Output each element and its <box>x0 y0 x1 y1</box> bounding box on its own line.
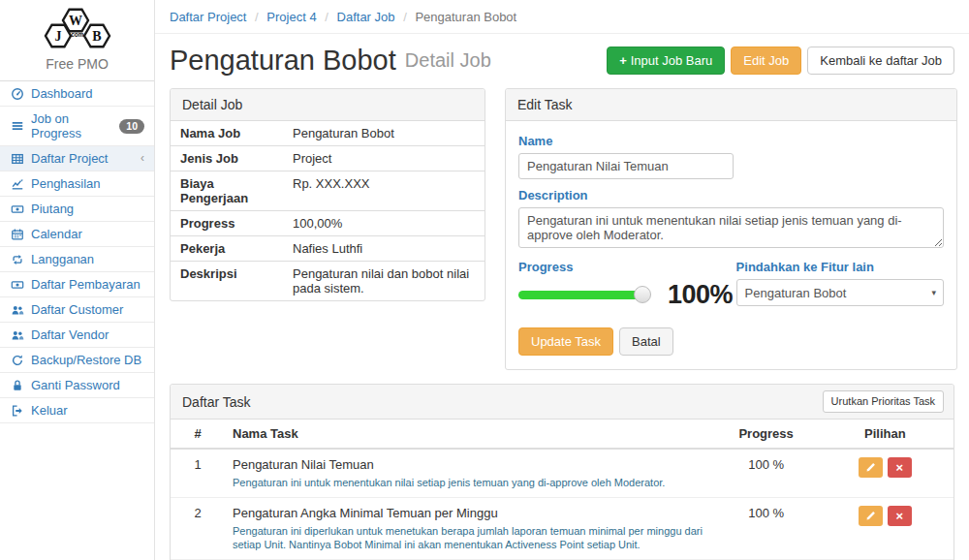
breadcrumb-separator: / <box>320 10 333 24</box>
pencil-icon <box>865 511 876 521</box>
sidebar: W J B .com Free PMO Dashboard Job on Pro… <box>0 0 155 560</box>
gauge-icon <box>10 86 24 101</box>
detail-job-table: Nama Job Pengaturan Bobot Jenis Job Proj… <box>171 121 484 300</box>
breadcrumb-daftar-job[interactable]: Daftar Job <box>337 10 395 24</box>
breadcrumb-current: Pengaturan Bobot <box>415 10 516 24</box>
breadcrumb-daftar-project[interactable]: Daftar Project <box>170 10 246 24</box>
calendar-icon <box>10 227 24 241</box>
sidebar-menu: Dashboard Job on Progress 10 Daftar Proj… <box>0 81 154 423</box>
table-icon <box>10 151 24 166</box>
sidebar-item-label: Daftar Project <box>31 151 108 166</box>
progress-slider[interactable] <box>518 291 644 299</box>
brand-name: Free PMO <box>0 56 154 72</box>
users-icon <box>10 302 24 317</box>
column-progress: Progress <box>716 420 817 449</box>
sidebar-item-keluar[interactable]: Keluar <box>0 398 154 423</box>
chevron-left-icon: ‹ <box>141 151 144 166</box>
users-icon <box>10 327 24 342</box>
svg-text:J: J <box>54 29 61 44</box>
task-name: Pengaturan Angka Minimal Temuan per Ming… <box>233 506 708 520</box>
progress-move-row: Progress 100% Pindahkan ke Fitur lain <box>518 251 944 310</box>
sidebar-item-label: Calendar <box>31 227 82 241</box>
sidebar-item-piutang[interactable]: Piutang <box>0 197 154 222</box>
sidebar-item-daftar-vendor[interactable]: Daftar Vendor <box>0 323 154 348</box>
move-label: Pindahkan ke Fitur lain <box>736 260 944 274</box>
breadcrumb-project-4[interactable]: Project 4 <box>266 10 316 24</box>
detail-row-jenis-job: Jenis Job Project <box>171 146 484 171</box>
sidebar-item-label: Daftar Customer <box>31 302 123 317</box>
list-icon <box>10 119 24 134</box>
sidebar-item-dashboard[interactable]: Dashboard <box>0 81 154 107</box>
task-name: Pengaturan Nilai Temuan <box>233 457 708 472</box>
page-subtitle: Detail Job <box>405 49 491 72</box>
edit-task-row-button[interactable] <box>859 506 883 526</box>
sort-priority-button-top[interactable]: Urutkan Prioritas Task <box>823 390 944 413</box>
panels-row: Detail Job Nama Job Pengaturan Bobot Jen… <box>155 88 969 370</box>
app-window: W J B .com Free PMO Dashboard Job on Pro… <box>0 0 969 560</box>
logo-block: W J B .com Free PMO <box>0 0 154 81</box>
sidebar-item-backup-restore[interactable]: Backup/Restore DB <box>0 348 154 373</box>
jwb-logo-icon: W J B .com <box>24 7 131 51</box>
x-icon: × <box>896 461 904 474</box>
breadcrumb-separator: / <box>398 10 412 24</box>
task-progress: 100 % <box>716 498 817 560</box>
detail-row-pekerja: Pekerja Nafies Luthfi <box>171 236 484 262</box>
breadcrumb-separator: / <box>250 10 264 24</box>
progress-slider-handle[interactable] <box>634 286 651 303</box>
edit-job-button[interactable]: Edit Job <box>731 47 801 75</box>
progress-column: Progress 100% <box>518 251 736 310</box>
money-icon <box>10 277 24 292</box>
sidebar-item-penghasilan[interactable]: Penghasilan <box>0 171 154 197</box>
name-label: Name <box>518 134 944 148</box>
plus-icon: + <box>619 53 627 68</box>
detail-row-progress: Progress 100,00% <box>171 211 484 236</box>
sidebar-item-label: Piutang <box>31 202 74 216</box>
progress-value: 100% <box>668 280 733 310</box>
main-content: Daftar Project / Project 4 / Daftar Job … <box>155 0 969 560</box>
svg-text:W: W <box>69 14 82 28</box>
task-row: 2 Pengaturan Angka Minimal Temuan per Mi… <box>171 498 953 560</box>
move-feature-select[interactable]: Pengaturan Bobot <box>736 279 944 306</box>
page-title: Pengaturan Bobot <box>170 45 396 76</box>
update-task-button[interactable]: Update Task <box>518 327 613 356</box>
svg-text:.com: .com <box>69 31 83 38</box>
delete-task-row-button[interactable]: × <box>888 457 912 478</box>
breadcrumb: Daftar Project / Project 4 / Daftar Job … <box>155 0 969 34</box>
kembali-button[interactable]: Kembali ke daftar Job <box>807 47 954 75</box>
sidebar-item-daftar-customer[interactable]: Daftar Customer <box>0 297 154 323</box>
edit-task-row-button[interactable] <box>859 457 883 478</box>
delete-task-row-button[interactable]: × <box>888 506 912 526</box>
sidebar-item-ganti-password[interactable]: Ganti Password <box>0 373 154 398</box>
sidebar-item-label: Keluar <box>31 403 68 418</box>
task-name-input[interactable] <box>518 153 734 179</box>
sidebar-item-label: Backup/Restore DB <box>31 353 141 367</box>
lock-icon <box>10 378 24 392</box>
sign-out-icon <box>10 403 24 418</box>
sidebar-item-label: Ganti Password <box>31 378 120 392</box>
sidebar-item-label: Job on Progress <box>31 111 112 140</box>
x-icon: × <box>896 510 904 522</box>
move-column: Pindahkan ke Fitur lain Pengaturan Bobot… <box>736 251 944 310</box>
detail-job-title: Detail Job <box>171 89 484 121</box>
sidebar-item-label: Penghasilan <box>31 176 101 191</box>
batal-button[interactable]: Batal <box>619 327 673 356</box>
sidebar-item-job-on-progress[interactable]: Job on Progress 10 <box>0 107 154 146</box>
daftar-task-title: Daftar Task <box>182 394 251 410</box>
pencil-icon <box>865 462 876 473</box>
page-header: Pengaturan Bobot Detail Job + Input Job … <box>155 34 969 88</box>
sidebar-item-daftar-project[interactable]: Daftar Project ‹ <box>0 146 154 171</box>
input-job-baru-button[interactable]: + Input Job Baru <box>607 47 725 75</box>
detail-row-biaya: Biaya Pengerjaan Rp. XXX.XXX <box>171 171 484 211</box>
description-label: Description <box>518 188 944 202</box>
edit-task-form: Name Description Pengaturan ini untuk me… <box>506 121 956 369</box>
sidebar-item-daftar-pembayaran[interactable]: Daftar Pembayaran <box>0 272 154 297</box>
task-description-textarea[interactable]: Pengaturan ini untuk menentukan nilai se… <box>518 207 944 248</box>
detail-job-panel: Detail Job Nama Job Pengaturan Bobot Jen… <box>170 88 485 301</box>
sidebar-item-langganan[interactable]: Langganan <box>0 247 154 272</box>
task-table-header-row: # Nama Task Progress Pilihan <box>171 420 953 449</box>
sidebar-item-calendar[interactable]: Calendar <box>0 222 154 247</box>
task-description: Pengaturan ini diperlukan untuk menetuka… <box>233 524 708 551</box>
task-table: # Nama Task Progress Pilihan 1 Pengatura… <box>171 420 953 560</box>
daftar-task-panel: Daftar Task Urutkan Prioritas Task # Nam… <box>170 384 954 560</box>
header-buttons: + Input Job Baru Edit Job Kembali ke daf… <box>607 47 954 75</box>
